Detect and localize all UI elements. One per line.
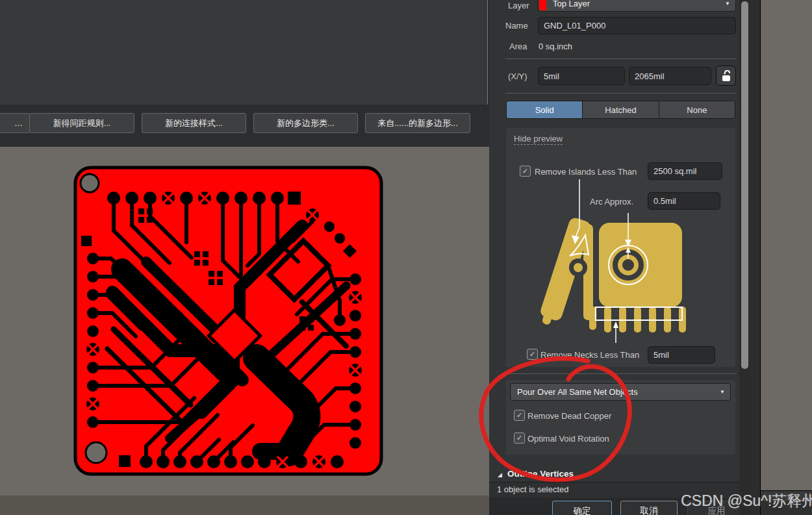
section-collapse-icon[interactable]: ◢ [498,471,502,478]
remove-necks-checkbox[interactable]: ✓ [527,349,538,360]
remove-necks-label: Remove Necks Less Than [540,350,639,360]
toolbar-button-partial[interactable]: … [0,113,30,133]
divider [505,93,736,94]
dialog-scrollbar-thumb[interactable] [741,1,748,369]
unlock-icon [721,70,731,82]
remove-islands-label: Remove Islands Less Than [535,167,637,177]
xy-lock-button[interactable] [716,66,736,86]
chevron-down-icon: ▼ [725,1,730,6]
layer-dropdown-value: Top Layer [553,0,590,8]
tab-hatched[interactable]: Hatched [582,101,658,118]
y-coordinate-input[interactable] [629,67,711,85]
toolbar-button-new-polygon-class[interactable]: 新的多边形类... [253,113,358,133]
rules-list-panel [0,0,488,105]
tab-none[interactable]: None [659,101,735,118]
remove-dead-copper-label: Remove Dead Copper [527,411,611,421]
remove-islands-input[interactable] [648,162,722,180]
divider [506,373,735,374]
xy-label: (X/Y) [508,71,527,81]
toolbar-button-new-polygon-from[interactable]: 来自......的新多边形... [365,113,470,133]
cancel-button[interactable]: 取消 [620,501,678,515]
remove-islands-checkbox[interactable]: ✓ [520,166,531,177]
ok-button[interactable]: 确定 [552,501,612,515]
pour-over-dropdown-value: Pour Over All Same Net Objects [517,387,638,397]
tab-solid[interactable]: Solid [507,101,582,118]
pour-over-dropdown[interactable]: Pour Over All Same Net Objects ▼ [510,383,731,401]
fill-mode-tabs: Solid Hatched None [506,101,735,119]
remove-necks-input[interactable] [648,346,715,364]
hide-preview-link[interactable]: Hide preview [514,134,563,145]
layer-dropdown[interactable]: Top Layer ▼ [538,0,736,12]
optimal-void-rotation-label: Optimal Void Rotation [527,434,609,444]
pcb-board[interactable] [73,166,383,476]
outline-vertices-header[interactable]: Outline Vertices [507,469,574,479]
watermark: CSDN @Su^!苏释州 [681,491,812,511]
layer-color-swatch [539,0,546,10]
divider [505,58,736,59]
arc-approx-input[interactable] [648,192,720,210]
area-label: Area [509,42,527,51]
toolbar-button-new-clearance-rule[interactable]: 新得间距规则... [29,113,134,133]
arc-approx-label: Arc Approx. [590,197,633,207]
x-coordinate-input[interactable] [538,67,625,85]
area-value: 0 sq.inch [539,42,572,51]
pcb-canvas-bottom-strip [0,496,489,515]
pcb-editor-canvas-right[interactable] [761,0,812,490]
chevron-down-icon: ▼ [720,389,725,395]
selection-status-text: 1 object is selected [497,484,569,494]
app-window: … 新得间距规则... 新的连接样式... 新的多边形类... 来自......… [0,0,812,515]
name-label: Name [505,21,528,31]
toolbar-button-new-connect-style[interactable]: 新的连接样式... [142,113,246,133]
remove-dead-copper-checkbox[interactable]: ✓ [514,410,525,421]
dialog-right-margin [751,0,760,515]
watermark-text: CSDN @Su^!苏释州 [681,492,812,509]
optimal-void-rotation-checkbox[interactable]: ✓ [514,433,525,444]
layer-label: Layer [508,1,529,10]
name-input[interactable] [538,17,736,34]
